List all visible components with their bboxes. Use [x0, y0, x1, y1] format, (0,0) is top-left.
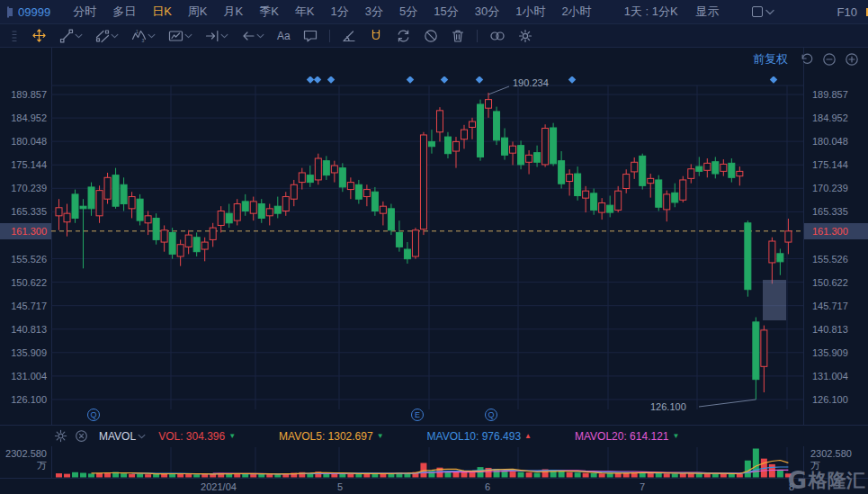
volume-bar [461, 472, 468, 478]
f10-button[interactable]: F10 [837, 5, 857, 19]
news-circle-marker[interactable]: Q [87, 409, 100, 421]
comment-bubble-icon[interactable] [303, 29, 318, 43]
price-axis-label: 189.857 [11, 88, 47, 101]
period-tab-weekly[interactable]: 周K [188, 4, 208, 20]
candle-body [242, 202, 248, 211]
price-axis-label: 155.526 [812, 253, 848, 265]
layout-box-button[interactable] [752, 6, 774, 17]
volume-bar [664, 473, 670, 477]
event-diamond-marker[interactable] [770, 76, 777, 84]
event-diamond-marker[interactable] [307, 76, 314, 84]
period-tab-3min[interactable]: 3分 [365, 4, 383, 20]
channel-tool[interactable] [95, 29, 119, 43]
candle-body [631, 162, 638, 172]
event-diamond-marker[interactable] [327, 76, 335, 84]
candle-body [80, 206, 86, 209]
candle-body [396, 232, 402, 247]
display-menu[interactable]: 显示 [696, 4, 720, 20]
hide-drawings-icon[interactable] [424, 29, 438, 43]
news-circle-marker[interactable]: E [411, 409, 424, 421]
price-axis-label: 150.622 [812, 276, 848, 289]
news-circle-marker[interactable]: Q [485, 409, 497, 421]
candle-body [688, 169, 694, 179]
candle-body [331, 166, 337, 173]
time-axis-label: 7 [640, 481, 645, 492]
volume-plot[interactable] [51, 447, 803, 478]
trend-line-tool[interactable] [59, 29, 83, 43]
pattern-tool[interactable] [168, 29, 192, 43]
candle-body [672, 193, 678, 202]
interval-selector[interactable]: 1天 : 1分K [624, 4, 678, 20]
candle-body [226, 213, 232, 223]
volume-bar [96, 473, 103, 478]
magnet-snap-icon[interactable] [369, 29, 383, 43]
candle-body [623, 175, 630, 189]
volume-bar [72, 472, 78, 478]
delete-drawings-icon[interactable] [451, 29, 465, 43]
measure-tool[interactable] [205, 29, 228, 43]
drawbar-settings-gear-icon[interactable] [518, 29, 532, 43]
period-tab-minute[interactable]: 分时 [73, 4, 96, 20]
event-diamond-marker[interactable] [314, 76, 321, 84]
candle-body [607, 205, 613, 212]
period-tab-1min[interactable]: 1分 [331, 4, 349, 20]
event-diamond-marker[interactable] [476, 76, 483, 84]
candle-body [567, 175, 573, 182]
volume-bar [704, 473, 711, 477]
candle-body [502, 138, 508, 155]
chevron-down-icon[interactable] [138, 434, 146, 439]
drag-handle-icon[interactable] [10, 29, 19, 43]
link-rings-icon[interactable] [489, 29, 506, 43]
period-tab-quarterly[interactable]: 季K [259, 4, 279, 20]
event-diamond-marker[interactable] [407, 76, 414, 84]
event-diamond-marker[interactable] [568, 76, 576, 84]
period-tab-2hour[interactable]: 2小时 [561, 4, 591, 20]
volume-bar [526, 472, 532, 477]
volume-bar [56, 473, 62, 477]
volume-bar [510, 472, 516, 477]
price-axis-label: 140.813 [11, 323, 47, 336]
period-tab-monthly[interactable]: 月K [224, 4, 244, 20]
zoom-in-icon[interactable] [845, 52, 859, 67]
adjust-mode-button[interactable]: 前复权 [753, 51, 788, 67]
candle-body [559, 161, 565, 184]
top-toolbar: 09999 分时 多日 日K 周K 月K 季K 年K 1分 3分 5分 15分 … [0, 0, 868, 24]
toolbar-divider [329, 30, 330, 42]
angle-tool-icon[interactable] [342, 29, 356, 43]
move-cursor-icon[interactable] [31, 28, 47, 43]
candle-body [153, 218, 159, 239]
elliott-wave-tool[interactable]: 13 [131, 29, 156, 43]
window-panel-icon[interactable] [7, 6, 9, 18]
candle-body [129, 197, 135, 209]
indicator-settings-gear-icon[interactable] [54, 429, 67, 443]
arrow-tool[interactable] [241, 29, 264, 43]
selection-rectangle[interactable] [763, 280, 786, 320]
volume-bar [64, 474, 70, 478]
volume-bar [591, 473, 597, 478]
indicator-name[interactable]: MAVOL [99, 430, 136, 443]
stock-symbol[interactable]: 09999 [18, 5, 50, 19]
period-tab-daily[interactable]: 日K [152, 4, 172, 20]
volume-bar [720, 473, 727, 477]
period-tab-30min[interactable]: 30分 [475, 4, 499, 20]
zoom-out-icon[interactable] [822, 52, 837, 67]
text-tool[interactable]: Aa [277, 30, 291, 42]
candle-body [436, 111, 443, 132]
channel-icon [95, 29, 110, 43]
period-tab-5min[interactable]: 5分 [399, 4, 417, 20]
period-tab-1hour[interactable]: 1小时 [515, 4, 545, 20]
candle-body [210, 228, 216, 239]
volume-bar [177, 474, 183, 478]
volume-bar [656, 472, 662, 477]
period-tab-yearly[interactable]: 年K [295, 4, 315, 20]
sync-drawings-icon[interactable] [396, 29, 411, 43]
indicator-close-icon[interactable] [75, 429, 88, 443]
event-diamond-marker[interactable] [441, 76, 448, 84]
candlestick-plot[interactable] [51, 76, 803, 409]
period-tab-15min[interactable]: 15分 [434, 4, 458, 20]
undo-icon[interactable] [800, 52, 814, 67]
mavol5-direction-arrow: ▼ [377, 432, 384, 440]
period-tab-multiday[interactable]: 多日 [112, 4, 136, 20]
candle-body [769, 241, 775, 263]
candle-body [478, 104, 484, 157]
